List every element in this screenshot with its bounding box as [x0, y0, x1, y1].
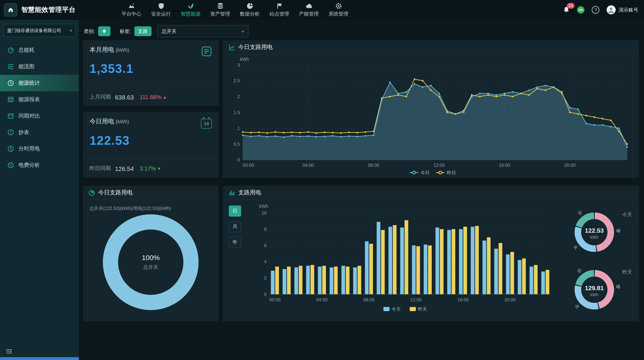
sidebar-item-total-energy[interactable]: 总能耗 — [0, 42, 79, 59]
notification-bell-button[interactable]: 13 — [563, 6, 570, 14]
period-button-month[interactable]: 月 — [229, 221, 241, 232]
svg-text:00:00: 00:00 — [243, 163, 254, 168]
yesterday-peak-valley-donut[interactable]: 峰平谷129.81kWh — [564, 259, 625, 320]
list-document-icon[interactable] — [201, 46, 212, 57]
svg-text:6: 6 — [264, 243, 266, 248]
sidebar-item-energy-flow[interactable]: 能流图 — [0, 59, 79, 75]
month-percent: 111.88% — [140, 94, 161, 100]
avatar — [606, 5, 616, 15]
today-peak-valley-donut[interactable]: 峰平谷122.53kWh — [564, 201, 625, 263]
month-compare-label: 上月同期 — [90, 93, 111, 101]
svg-text:12:00: 12:00 — [410, 297, 422, 302]
svg-text:0: 0 — [238, 157, 240, 162]
company-name: 厦门锐谷通信设备有限公司 — [7, 27, 61, 34]
down-arrow-icon: ▼ — [157, 166, 161, 171]
pie-card-title: 今日支路用电 — [98, 189, 132, 196]
today-compare-label: 昨日同期 — [90, 165, 111, 172]
svg-text:平: 平 — [573, 245, 578, 250]
svg-text:4: 4 — [264, 259, 266, 264]
category-label: 类别: — [84, 28, 95, 35]
svg-text:昨日: 昨日 — [447, 170, 456, 175]
tag-chip-branch[interactable]: 支路 — [134, 26, 152, 36]
line-chart-icon — [229, 44, 235, 50]
nav-item-safe-operation[interactable]: 安全运行 — [146, 2, 176, 18]
gauge-icon — [8, 47, 14, 53]
meter-icon — [8, 129, 14, 135]
sidebar-bottom-scrollbar[interactable] — [0, 357, 79, 360]
app-logo[interactable] — [4, 3, 18, 17]
sidebar-item-time-of-use[interactable]: 分时用电 — [0, 141, 79, 157]
nav-item-smart-energy[interactable]: 智慧能源 — [176, 2, 206, 18]
chevron-down-icon: ▾ — [70, 28, 72, 33]
month-compare-value: 638.63 — [115, 94, 134, 100]
period-button-year[interactable]: 年 — [229, 237, 241, 248]
mountain-icon — [128, 2, 135, 9]
sidebar-item-energy-report[interactable]: 能源报表 — [0, 91, 79, 108]
pie-chart-icon — [246, 2, 253, 9]
notification-badge: 13 — [567, 3, 575, 9]
svg-text:峰: 峰 — [616, 228, 620, 233]
sidebar-menu: 总能耗 能流图 能源统计 能源报表 — [0, 42, 79, 174]
today-branch-line-chart[interactable]: 00.511.522.5300:0004:0008:0012:0016:0020… — [228, 56, 634, 177]
month-usage-card: 本月用电(kWh) 1,353.1 上月同期 638.63 111.88% ▲ — [83, 40, 218, 106]
today-percent: 3.17% — [140, 165, 156, 172]
branch-usage-bar-chart[interactable]: 0246810kWh00:0004:0008:0012:0016:0020:00… — [256, 203, 554, 313]
nav-item-asset-management[interactable]: 资产管理 — [206, 2, 235, 18]
calendar-date-icon[interactable]: 14 — [201, 119, 212, 129]
flow-icon — [8, 63, 14, 70]
pie-card-subtitle: 总开关(122.53)(kWh)/用电(122.53)(kWh) — [83, 200, 218, 212]
tag-label: 标签: — [120, 28, 131, 35]
nav-item-system-management[interactable]: 系统管理 — [324, 2, 353, 18]
sidebar-item-meter-reading[interactable]: 抄表 — [0, 124, 79, 141]
svg-text:20:00: 20:00 — [504, 297, 516, 302]
branch-usage-donut[interactable] — [102, 213, 200, 311]
today-branch-line-card: 今日支路用电 00.511.522.5300:0004:0008:0012:00… — [223, 40, 639, 178]
pie-chart-icon — [89, 190, 95, 196]
svg-text:0.5: 0.5 — [234, 142, 240, 147]
svg-text:129.81: 129.81 — [585, 285, 604, 291]
today-usage-card: 今日用电(kWh) 14 122.53 昨日同期 126.54 3.17% ▼ — [83, 112, 218, 177]
period-buttons: 日 月 年 — [229, 205, 241, 248]
svg-text:2.5: 2.5 — [234, 78, 240, 83]
branch-switch-select[interactable]: 总开关 ▾ — [157, 25, 248, 37]
chevron-down-icon: ▾ — [242, 29, 244, 34]
top-navigation-bar: 智慧能效管理平台 平台中心 安全运行 智慧能源 — [0, 0, 644, 20]
svg-text:2: 2 — [238, 94, 240, 99]
svg-text:122.53: 122.53 — [585, 227, 604, 234]
company-selector[interactable]: 厦门锐谷通信设备有限公司 ▾ — [3, 24, 76, 37]
lightning-icon — [102, 28, 107, 34]
svg-text:平: 平 — [575, 304, 579, 309]
svg-text:3: 3 — [238, 62, 240, 68]
period-button-day[interactable]: 日 — [229, 205, 241, 217]
svg-text:1: 1 — [238, 126, 240, 131]
nav-item-capacity-management[interactable]: 产能管理 — [294, 2, 324, 18]
nav-item-site-management[interactable]: 站点管理 — [264, 2, 294, 18]
clock-icon — [8, 145, 14, 152]
yesterday-donut-tag: 昨天 — [622, 269, 632, 276]
svg-text:¥: ¥ — [10, 163, 12, 167]
electricity-category-button[interactable] — [98, 26, 110, 36]
today-donut-tag: 今天 — [622, 211, 632, 218]
today-usage-title: 今日用电(kWh) — [90, 118, 129, 126]
user-account[interactable]: 演示账号 — [606, 5, 638, 15]
line-card-title: 今日支路用电 — [238, 44, 273, 51]
sidebar-item-energy-statistics[interactable]: 能源统计 — [0, 75, 79, 91]
help-button[interactable]: ? — [592, 6, 600, 14]
sidebar-item-period-comparison[interactable]: 同期对比 — [0, 108, 79, 124]
today-compare-value: 126.54 — [115, 165, 134, 172]
sidebar-collapse-button[interactable] — [0, 346, 84, 357]
svg-text:谷: 谷 — [578, 210, 582, 215]
brand: 智慧能效管理平台 — [0, 3, 78, 17]
clock-stats-icon — [8, 80, 14, 86]
svg-text:谷: 谷 — [577, 268, 582, 273]
svg-text:1.5: 1.5 — [234, 110, 240, 115]
sidebar-item-electricity-fee-analysis[interactable]: ¥ 电费分析 — [0, 157, 79, 174]
performance-gauge-icon[interactable] — [576, 6, 585, 14]
svg-text:8: 8 — [264, 227, 266, 232]
main-content: 类别: 标签: 支路 总开关 ▾ 本月用电(kWh) — [79, 20, 644, 360]
flag-icon — [276, 2, 283, 9]
up-arrow-icon: ▲ — [163, 95, 167, 99]
nav-item-data-analysis[interactable]: 数据分析 — [235, 2, 264, 18]
nav-item-platform-center[interactable]: 平台中心 — [116, 2, 146, 18]
yen-icon: ¥ — [8, 162, 14, 168]
